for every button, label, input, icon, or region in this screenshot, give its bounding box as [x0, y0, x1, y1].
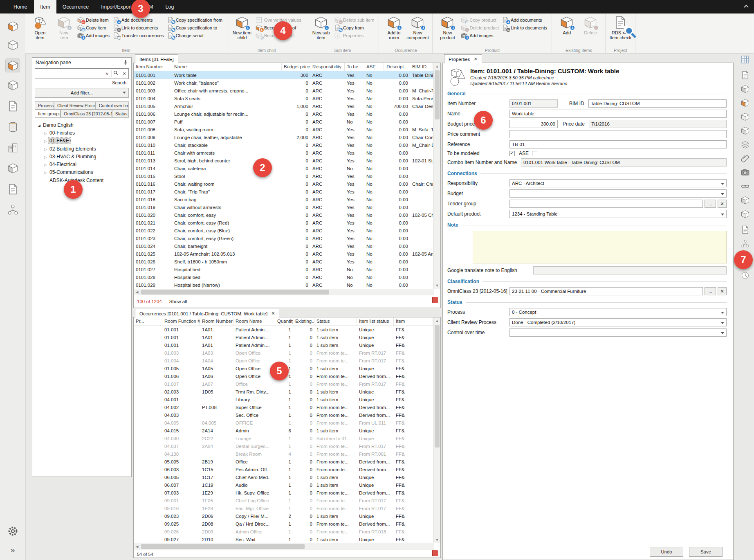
column-header-item-number[interactable]: Item Number [134, 63, 172, 71]
items-list-icon[interactable] [740, 98, 750, 108]
items-horizontal-scrollbar[interactable]: ◀ [134, 289, 434, 295]
add-filter-dropdown-icon[interactable] [123, 92, 126, 94]
camera-icon[interactable] [740, 167, 750, 177]
combo-item-number-name-field[interactable]: 0101.001-Work table : Table-Dining: CUST… [521, 158, 727, 166]
copy-specification-to-button[interactable]: ✎Copy specification to [166, 24, 224, 31]
item-row[interactable]: 0101.025102-05 Armchair: 102.05.0130ARCY… [134, 250, 434, 258]
tree-item-02-building-elements[interactable]: ▷02-Building Elements [32, 145, 131, 153]
tab-properties[interactable]: Properties ✕ [444, 54, 482, 63]
item-row[interactable]: 0101.005Armchair1,000ARCYesNo700.00Chair… [134, 102, 434, 110]
occurrence-row[interactable]: 04.0152A14Admin601 sub itemUniqueFF& [134, 427, 434, 434]
item-row[interactable]: 0101.008Sofa, waiting room0ARCYesNo0.00M… [134, 126, 434, 133]
occurrence-row[interactable]: 01.0031A03Open Office10From room te...Fr… [134, 349, 434, 357]
connections-icon[interactable] [6, 203, 20, 216]
new-component-button[interactable]: +Newcomponent [406, 14, 429, 40]
save-button[interactable]: Save [689, 547, 723, 557]
tree-item-03-hvac-plumbing[interactable]: ▷03-HVAC & Plumbing [32, 153, 131, 160]
search-link[interactable]: Search [32, 80, 126, 85]
add-to-room-button[interactable]: +Add toroom [382, 14, 406, 40]
project-cube-icon[interactable] [6, 20, 20, 33]
occurrence-row[interactable]: 02.0031D05Trmt Rm. Dirty...101 sub itemU… [134, 388, 434, 396]
omniclass-field[interactable]: 23-21 11 00 - Commercial Furniture [509, 287, 703, 295]
budget-price-field[interactable]: 300.00 [509, 120, 558, 128]
occurrence-row[interactable]: 07.0031E29Hk. Supv. Office10From room te… [134, 489, 434, 497]
layers-icon[interactable] [740, 139, 750, 149]
menu-home[interactable]: Home [7, 0, 34, 13]
link-icon[interactable] [740, 181, 750, 191]
column-header-existing[interactable]: Existing... [293, 317, 314, 326]
item-row[interactable]: 0101.001Work table300ARCYesNo0.00Table-D… [134, 71, 434, 79]
occurrence-row[interactable]: 06.0051C17Chief Aero Med.101 sub itemUni… [134, 473, 434, 481]
copy-item-button[interactable]: ⊞Copy item [76, 24, 111, 31]
occurrence-row[interactable]: 06.0031C15Pes Admin. Off...10From room t… [134, 466, 434, 473]
item-row[interactable]: 0101.018Sacco bag0ARCYesNo0.00 [134, 196, 434, 203]
occurrences-vertical-scrollbar[interactable]: ▲ ▼ [433, 317, 440, 543]
boxes-icon[interactable] [740, 195, 750, 205]
nav-tab-item-groups[interactable]: Item groups [35, 110, 61, 118]
occurrences-report-icon[interactable] [432, 550, 438, 556]
occurrence-row[interactable]: 04.00504.005OFFICE10From room te...From … [134, 419, 434, 427]
column-header-quantity[interactable]: Quantity [275, 317, 293, 326]
price-date-field[interactable]: 7/1/2016 [589, 120, 727, 128]
tree-item-01-ff-e[interactable]: ▷01-FF&E [32, 137, 131, 145]
occurrence-row[interactable]: 09.0262D09Admin Office10From room te...F… [134, 528, 434, 535]
item-row[interactable]: 0101.027Hospital bed0ARCNoNo0.00 [134, 265, 434, 273]
column-header-item-list-status[interactable]: Item list status [357, 317, 394, 326]
price-comment-field[interactable] [509, 130, 727, 138]
reports-icon[interactable] [6, 182, 20, 196]
column-header-status[interactable]: Status [314, 317, 357, 326]
occurrence-row[interactable]: 04.003Sec. Office10From room te...Derive… [134, 411, 434, 419]
occurrence-row[interactable]: 04.001Library101 sub itemUniqueFF& [134, 396, 434, 403]
copy-from-button[interactable]: ✎Copy from [333, 24, 376, 31]
tab-occurrences[interactable]: Occurrences [0101.001 / Table-Dining: CU… [135, 309, 279, 318]
close-properties-tab-icon[interactable]: ✕ [473, 56, 477, 62]
tree-item-04-electrical[interactable]: ▷04-Electrical [32, 160, 131, 168]
share-icon[interactable] [740, 238, 750, 248]
add-button[interactable]: +Add [555, 14, 579, 35]
ase-checkbox[interactable] [532, 151, 537, 156]
cube-rotate-icon[interactable] [740, 112, 750, 121]
google-translate-field[interactable] [533, 266, 727, 274]
cube-export-icon[interactable] [740, 126, 750, 135]
tree-item-demo-english[interactable]: ◢Demo English [32, 121, 131, 129]
nav-tab-process[interactable]: Process [35, 101, 54, 110]
clipboard-icon[interactable] [740, 225, 750, 234]
info-panel-icon[interactable] [740, 70, 750, 80]
occurrence-row[interactable]: 01.0011A01Patient Admin....101 sub itemU… [134, 333, 434, 341]
item-row[interactable]: 0101.019Chair without armrests0ARCYesNo0… [134, 203, 434, 211]
omniclass-clear-icon[interactable]: ✕ [718, 287, 727, 295]
tree-item-adsk-autodesk-content[interactable]: ADSK-Autodesk Content [32, 176, 131, 184]
rds-item-check-button[interactable]: RDS <->Item check [608, 14, 632, 40]
history-clock-icon[interactable] [740, 270, 750, 280]
item-row[interactable]: 0101.009Lounge chair, leather, adjustabl… [134, 133, 434, 141]
attachment-icon[interactable] [740, 153, 750, 163]
item-row[interactable]: 0101.016Chair, waiting room0ARCYesNo0.00… [134, 180, 434, 188]
item-row[interactable]: 0101.002Work chair, "balance"0ARCYesNo0.… [134, 79, 434, 87]
name-field[interactable]: Work table [509, 110, 727, 118]
occurrence-row[interactable]: 04.0372A04Dental Surgeo...10From room te… [134, 442, 434, 450]
bim-id-field[interactable]: Table-Dining: CUSTOM [588, 99, 727, 108]
new-item-child-button[interactable]: +New itemchild [230, 14, 254, 40]
occurrence-row[interactable]: 09.0252D08Qa / Hrd Direc...10From room t… [134, 520, 434, 528]
column-header-ase[interactable]: ASE [364, 63, 384, 71]
link-to-documents-button[interactable]: ∞Link to documents [500, 24, 549, 31]
add-documents-button[interactable]: +Add documents [500, 16, 549, 24]
item-row[interactable]: 0101.021Chair, comfort, easy (Red)0ARCYe… [134, 219, 434, 227]
reference-field[interactable]: TB-01 [509, 140, 727, 148]
search-dropdown-chevron-icon[interactable]: ∨ [103, 70, 111, 77]
occurrence-row[interactable]: 01.0011A01Patient Admin....101 sub itemU… [134, 341, 434, 349]
collapse-ribbon-icon[interactable] [743, 4, 750, 9]
item-row[interactable]: 0101.013Stool, high, behind counter0ARCY… [134, 157, 434, 164]
item-row[interactable]: 0101.026Shelf, b1800 - h 1050mm0ARCYesNo… [134, 258, 434, 265]
transfer-occurrences-button[interactable]: ⇄Transfer occurrences [111, 31, 166, 39]
packages-icon[interactable] [6, 162, 20, 175]
open-item-button[interactable]: Openitem [28, 14, 52, 40]
menu-log[interactable]: Log [159, 0, 180, 13]
process-select[interactable]: 0 - Concept [509, 308, 727, 316]
items-cube-icon[interactable] [6, 59, 20, 72]
tab-items[interactable]: Items [01-FF&E] [135, 54, 178, 63]
occurrence-row[interactable]: 04.002PT.008Super Office10From room te..… [134, 403, 434, 411]
column-header-name[interactable]: Name [172, 63, 282, 71]
to-be-modeled-checkbox[interactable] [509, 151, 515, 156]
clear-search-icon[interactable]: ✕ [120, 70, 128, 77]
